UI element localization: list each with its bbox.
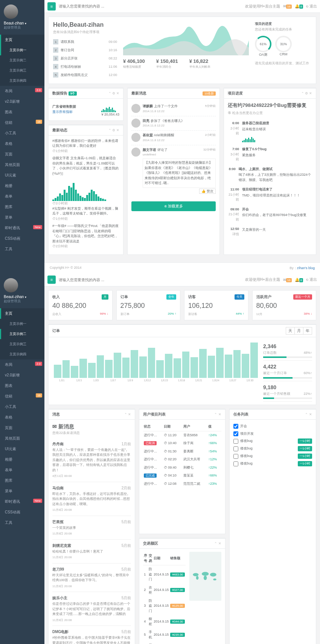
- todo-item[interactable]: 5发邮件给国民岳父12:00: [53, 71, 117, 79]
- task-item[interactable]: 修改bug一1小时: [233, 452, 312, 460]
- activity-item: @颜文字君 文生身高=1.09后，就是最适合你的男生身高；相反，男生是÷1.09…: [52, 156, 119, 176]
- orders-chart: 1月11月31月51月71月91月121月151月181月211月241月271…: [52, 340, 259, 385]
- tx-row[interactable]: 2衣柜2014.9.15¥327.00: [143, 584, 186, 597]
- message-item[interactable]: 丹丹南1月前有人说："一辈子很长，要跟一个有趣的人在一起"。我想关注我的人，应该…: [52, 438, 131, 482]
- tx-row[interactable]: 5手机2014.9.15¥235.00: [143, 628, 186, 641]
- task-item[interactable]: 开会: [233, 423, 312, 430]
- nav-home-sub-1[interactable]: 主页示例一: [0, 45, 44, 55]
- nav-other[interactable]: 其他页面: [0, 160, 44, 170]
- user-name[interactable]: Beaut-zihan: [4, 21, 41, 25]
- hero-panel: Hello,Beaut-zihan 您有32条消息和6个待处理事项 1请联系我0…: [48, 17, 316, 84]
- nav-inbox[interactable]: 信箱16: [0, 117, 44, 128]
- tx-row[interactable]: 1防盗门2014.9.15¥483.00: [143, 565, 186, 584]
- task-checkbox[interactable]: [233, 461, 238, 466]
- nav-home[interactable]: 主页: [0, 308, 44, 319]
- nav-gallery[interactable]: 图库: [0, 202, 44, 212]
- message-item[interactable]: DMG电影5月前#秒外围肴罩系地铁，在中国大陆基乎要非#朱子实在要请新到不行，中…: [52, 626, 131, 644]
- nav-menu[interactable]: 菜单: [0, 212, 44, 223]
- task-item[interactable]: 修改bug一1小时: [233, 437, 312, 445]
- hero-stat: ¥ 406,100销售营销额度: [123, 58, 145, 69]
- timeline-entry: 7:003小时前修复了0.5个bug紧急服务: [228, 145, 312, 164]
- stat-card: 活跃用户最近一个月80,60012月38% ↓: [252, 290, 317, 320]
- tx-row[interactable]: 4橱柜2014.9.15¥344.00: [143, 615, 186, 628]
- task-checkbox[interactable]: [233, 446, 238, 451]
- task-item[interactable]: 项目开发: [233, 430, 312, 438]
- news-item: 田亮 参加了《爸爸去哪儿》 2014.11.8 12:22: [131, 116, 216, 131]
- nav-album[interactable]: 相册: [0, 181, 44, 191]
- orders-panel: 订单 天 月 年 1月11月31月51月71月91月121月151月181月21…: [48, 324, 316, 405]
- menu-toggle-icon[interactable]: ≡: [47, 276, 56, 284]
- tx-row[interactable]: 6显示器2014.9.15¥100.00: [143, 641, 186, 644]
- activity-panel: 最新动态⌃ ⚙ ✕ #感谢有你# 感谢你们一路的陪伴，未来也请让我为你们鼓掌，我…: [48, 125, 123, 255]
- todo-item[interactable]: 4打电话给丽丽11:06: [53, 62, 117, 71]
- timeline-entry: 6:002小时前服务器已彻底崩溃还未检查出错误: [228, 119, 312, 145]
- project-row[interactable]: 进行中...⏱ 11:20青衣5858↑24%: [143, 431, 221, 439]
- message-item[interactable]: 马伯南2月前即在水下，又防水。手感还好，还可以用手机遥控。拍出来就白块的，自其他…: [52, 482, 131, 516]
- todo-item[interactable]: 2签订合同10:16: [53, 46, 117, 54]
- panel-tools[interactable]: ⌃ ⚙ ✕: [108, 91, 119, 95]
- messages-panel: 消息⌃ ✕ ✉ 新消息 您有22条未读消息 丹丹南1月前有人说："一辈子很长，要…: [48, 409, 135, 644]
- activity-item: #实型师# 刚才发货，顺哥在看这个视频，脑瓜子，这顺哥太销魂了。笑得手颤抖。⏱1…: [52, 206, 119, 222]
- nav-home[interactable]: 主页: [0, 35, 44, 45]
- project-row[interactable]: 已完成⏱ 04:10栗某某↑66%: [143, 472, 221, 480]
- project-row[interactable]: 已取消⏱ 10:40徐子嵩↑66%: [143, 439, 221, 448]
- activity-spark: [52, 178, 119, 201]
- message-item[interactable]: 娱乐小主5月前你是否曾过记录自己的梦？你是否博过有自己的一个记梦本？小时候写写日…: [52, 592, 131, 626]
- task-checkbox[interactable]: [233, 454, 238, 459]
- logout-link[interactable]: ⎋ 退出: [306, 4, 317, 9]
- progress-foot: 请先完成相关项目的开发、测试工作: [255, 61, 311, 66]
- nav-chat[interactable]: 即时通讯New: [0, 223, 44, 233]
- logout-link[interactable]: ⎋ 退出: [306, 277, 317, 282]
- message-item[interactable]: 芒果抠5月前一个笑笑的故事11月8日 20:08: [52, 516, 131, 540]
- nav-pages[interactable]: 页面: [0, 149, 44, 160]
- nav-forms[interactable]: 表单: [0, 191, 44, 202]
- message-item[interactable]: 刺猬尼克索5月前哈哈哈真！你要什么青咧！意死了11月8日 20:08: [52, 540, 131, 563]
- nav-ui[interactable]: UI元素: [0, 170, 44, 181]
- nav-layout[interactable]: 布局2.0: [0, 86, 44, 96]
- activity-item: #感谢有你# 感谢你们一路的陪伴，未来也请让我为你们鼓掌，我们会更好⏱1分钟前: [52, 139, 119, 154]
- nav-home-sub-4[interactable]: 主页示例四: [0, 76, 44, 86]
- envelope-icon[interactable]: ✉16: [283, 278, 292, 282]
- progress-sub: 您还有两项未完成的任务: [255, 27, 311, 32]
- nav-home-sub-3[interactable]: 主页示例三: [0, 65, 44, 76]
- task-checkbox[interactable]: [233, 424, 238, 429]
- bell-icon[interactable]: 🔔8: [295, 278, 303, 282]
- project-row[interactable]: 进行中...⏱ 02:20武汉大兵哥↑12%: [143, 455, 221, 464]
- nav-widgets[interactable]: 小工具: [0, 128, 44, 139]
- projects-panel: 用户项目列表⌃ ✕ 状态日期用户值进行中...⏱ 11:20青衣5858↑24%…: [139, 409, 225, 534]
- message-item[interactable]: 老刀995月前昨天评论里见过太多"温暖和感人"的诗句，整理其中经典100首．值得…: [52, 563, 131, 592]
- task-item[interactable]: 修改bug一1小时: [233, 445, 312, 452]
- task-checkbox[interactable]: [233, 431, 238, 436]
- menu-toggle-icon[interactable]: ≡: [47, 2, 56, 11]
- hero-stat: ¥ 150,401半年消耗仓: [156, 58, 178, 69]
- svg-point-4: [210, 573, 216, 577]
- orders-tabs[interactable]: 天 月 年: [286, 327, 312, 335]
- nav-css[interactable]: CSS动画: [0, 233, 44, 244]
- bug-panel: 项目进度⌃ ⚙ ✕ 还有约79842492229个Bug需要修复 ⦿ 松永当然更…: [224, 88, 316, 255]
- bell-icon[interactable]: 🔔8: [295, 4, 303, 8]
- project-row[interactable]: 进行中...⏱ 01:30姜离断↑54%: [143, 448, 221, 456]
- load-more-button[interactable]: ⊕ 加载更多: [131, 201, 216, 211]
- bug-headline: 还有约79842492229个Bug需要修复: [228, 102, 312, 109]
- search-input[interactable]: [56, 4, 245, 8]
- footer-link[interactable]: zihan's blog: [297, 266, 315, 270]
- nav-tables[interactable]: 表格: [0, 139, 44, 149]
- envelope-icon[interactable]: ✉16: [283, 4, 292, 8]
- donut-crm: 31%: [275, 36, 292, 52]
- todo-item[interactable]: 1请联系我09:00: [53, 38, 117, 46]
- timeline-entry: 8:00喝水、上厕所、做测试喝了4杯水，上了3次厕所，控制台输出出2324个错误…: [228, 164, 312, 185]
- news-item: 颜文字君 评论了 32分钟前undefined【九部令人捧笑叫绝的智慧悬疑剧烧脑…: [131, 145, 216, 196]
- task-item[interactable]: 修改bug一1小时: [233, 460, 312, 467]
- like-button[interactable]: 👍 赞次: [199, 189, 216, 194]
- task-checkbox[interactable]: [233, 439, 238, 444]
- project-row[interactable]: 进行中...⏱ 09:40荆樱七↑22%: [143, 464, 221, 472]
- project-row[interactable]: 进行中...⏱ 12:08范范范二妮↑23%: [143, 480, 221, 488]
- nav-home-sub-2[interactable]: 主页示例二: [0, 55, 44, 65]
- avatar-icon: [131, 119, 140, 128]
- tx-row[interactable]: 3防盗门2014.9.15¥125.00: [143, 597, 186, 615]
- nav-charts[interactable]: 图表: [0, 107, 44, 117]
- nav-tools[interactable]: 工具: [0, 244, 44, 254]
- nav-v2[interactable]: v2.0新增: [0, 96, 44, 107]
- todo-item[interactable]: 3新分店开张08:22: [53, 54, 117, 62]
- order-side-stat: 9,180最近一个月销售额22%↑: [263, 381, 312, 402]
